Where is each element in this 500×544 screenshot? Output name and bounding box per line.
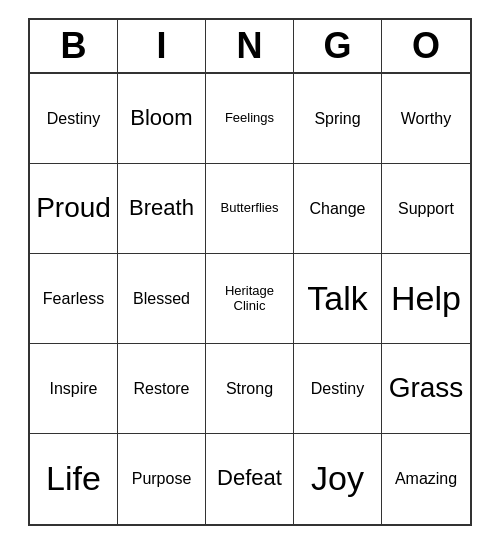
cell-text: Inspire <box>49 379 97 398</box>
cell-text: Help <box>391 278 461 319</box>
cell-text: Defeat <box>217 465 282 491</box>
cell-r1-c3[interactable]: Feelings <box>206 74 294 164</box>
cell-r1-c2[interactable]: Bloom <box>118 74 206 164</box>
cell-r2-c1[interactable]: Proud <box>30 164 118 254</box>
cell-text: Destiny <box>311 379 364 398</box>
cell-r3-c4[interactable]: Talk <box>294 254 382 344</box>
bingo-card: BINGO DestinyBloomFeelingsSpringWorthyPr… <box>28 18 472 525</box>
cell-text: Heritage Clinic <box>210 283 289 314</box>
cell-text: Grass <box>389 371 464 405</box>
cell-r3-c5[interactable]: Help <box>382 254 470 344</box>
cell-text: Amazing <box>395 469 457 488</box>
cell-r5-c2[interactable]: Purpose <box>118 434 206 524</box>
bingo-header: BINGO <box>30 20 470 73</box>
header-letter-B: B <box>30 20 118 71</box>
cell-text: Bloom <box>130 105 192 131</box>
cell-text: Support <box>398 199 454 218</box>
cell-r1-c1[interactable]: Destiny <box>30 74 118 164</box>
cell-r5-c3[interactable]: Defeat <box>206 434 294 524</box>
cell-text: Joy <box>311 458 364 499</box>
cell-r5-c1[interactable]: Life <box>30 434 118 524</box>
cell-text: Feelings <box>225 110 274 126</box>
cell-r5-c4[interactable]: Joy <box>294 434 382 524</box>
cell-text: Fearless <box>43 289 104 308</box>
cell-r5-c5[interactable]: Amazing <box>382 434 470 524</box>
header-letter-N: N <box>206 20 294 71</box>
bingo-grid: DestinyBloomFeelingsSpringWorthyProudBre… <box>30 74 470 524</box>
cell-r2-c4[interactable]: Change <box>294 164 382 254</box>
cell-r1-c5[interactable]: Worthy <box>382 74 470 164</box>
cell-r4-c5[interactable]: Grass <box>382 344 470 434</box>
header-letter-G: G <box>294 20 382 71</box>
cell-r3-c3[interactable]: Heritage Clinic <box>206 254 294 344</box>
cell-r1-c4[interactable]: Spring <box>294 74 382 164</box>
cell-text: Life <box>46 458 101 499</box>
header-letter-O: O <box>382 20 470 71</box>
cell-text: Breath <box>129 195 194 221</box>
cell-text: Restore <box>133 379 189 398</box>
cell-text: Strong <box>226 379 273 398</box>
cell-text: Purpose <box>132 469 192 488</box>
cell-text: Destiny <box>47 109 100 128</box>
cell-text: Proud <box>36 191 111 225</box>
cell-r3-c2[interactable]: Blessed <box>118 254 206 344</box>
cell-text: Butterflies <box>221 200 279 216</box>
cell-text: Blessed <box>133 289 190 308</box>
cell-text: Talk <box>307 278 367 319</box>
cell-text: Spring <box>314 109 360 128</box>
cell-r4-c2[interactable]: Restore <box>118 344 206 434</box>
cell-r4-c1[interactable]: Inspire <box>30 344 118 434</box>
cell-text: Change <box>309 199 365 218</box>
cell-r4-c3[interactable]: Strong <box>206 344 294 434</box>
cell-text: Worthy <box>401 109 451 128</box>
cell-r2-c5[interactable]: Support <box>382 164 470 254</box>
header-letter-I: I <box>118 20 206 71</box>
cell-r2-c2[interactable]: Breath <box>118 164 206 254</box>
cell-r3-c1[interactable]: Fearless <box>30 254 118 344</box>
cell-r4-c4[interactable]: Destiny <box>294 344 382 434</box>
cell-r2-c3[interactable]: Butterflies <box>206 164 294 254</box>
